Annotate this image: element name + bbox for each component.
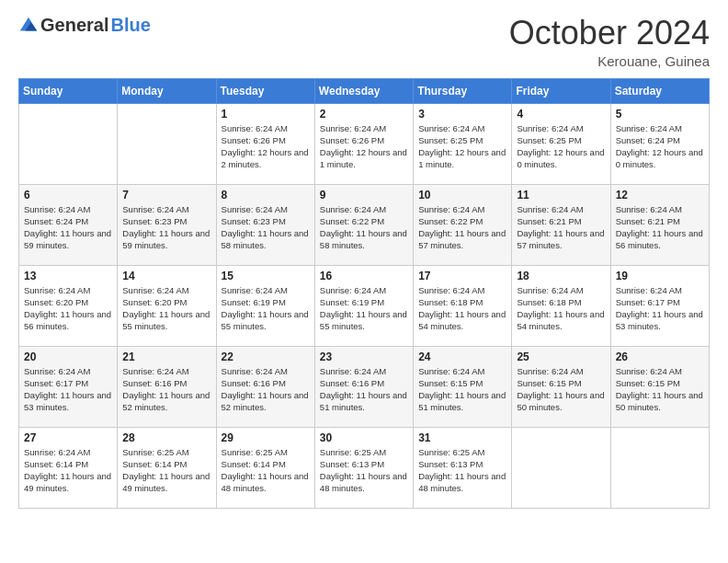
calendar-cell: 4Sunrise: 6:24 AMSunset: 6:25 PMDaylight… bbox=[512, 103, 610, 184]
day-info: Sunrise: 6:24 AMSunset: 6:16 PMDaylight:… bbox=[222, 365, 310, 414]
day-info: Sunrise: 6:24 AMSunset: 6:19 PMDaylight:… bbox=[320, 284, 408, 333]
day-info: Sunrise: 6:24 AMSunset: 6:21 PMDaylight:… bbox=[517, 203, 605, 252]
calendar-cell: 14Sunrise: 6:24 AMSunset: 6:20 PMDayligh… bbox=[118, 265, 216, 346]
day-number: 23 bbox=[320, 350, 408, 363]
calendar-cell: 13Sunrise: 6:24 AMSunset: 6:20 PMDayligh… bbox=[19, 265, 118, 346]
day-number: 13 bbox=[24, 270, 112, 282]
title-block: October 2024 Kerouane, Guinea bbox=[509, 15, 710, 69]
calendar-cell: 25Sunrise: 6:24 AMSunset: 6:15 PMDayligh… bbox=[512, 346, 610, 427]
header-sunday: Sunday bbox=[19, 78, 118, 103]
calendar-cell: 11Sunrise: 6:24 AMSunset: 6:21 PMDayligh… bbox=[512, 184, 610, 265]
day-number: 19 bbox=[616, 270, 704, 282]
day-number: 2 bbox=[320, 108, 408, 121]
location: Kerouane, Guinea bbox=[509, 53, 710, 69]
day-number: 17 bbox=[418, 270, 506, 282]
calendar-cell: 17Sunrise: 6:24 AMSunset: 6:18 PMDayligh… bbox=[414, 265, 512, 346]
calendar-week-row: 13Sunrise: 6:24 AMSunset: 6:20 PMDayligh… bbox=[19, 265, 710, 346]
month-title: October 2024 bbox=[509, 15, 710, 52]
header-tuesday: Tuesday bbox=[216, 78, 314, 103]
calendar-cell: 6Sunrise: 6:24 AMSunset: 6:24 PMDaylight… bbox=[19, 184, 118, 265]
day-info: Sunrise: 6:24 AMSunset: 6:25 PMDaylight:… bbox=[517, 122, 605, 171]
header-wednesday: Wednesday bbox=[314, 78, 413, 103]
calendar-cell bbox=[512, 427, 610, 508]
calendar-week-row: 27Sunrise: 6:24 AMSunset: 6:14 PMDayligh… bbox=[19, 427, 710, 508]
day-info: Sunrise: 6:24 AMSunset: 6:19 PMDaylight:… bbox=[222, 284, 310, 333]
calendar-cell: 16Sunrise: 6:24 AMSunset: 6:19 PMDayligh… bbox=[314, 265, 413, 346]
day-info: Sunrise: 6:25 AMSunset: 6:14 PMDaylight:… bbox=[122, 446, 210, 495]
day-number: 3 bbox=[418, 108, 506, 121]
day-number: 27 bbox=[24, 431, 112, 444]
header-friday: Friday bbox=[512, 78, 610, 103]
calendar-cell: 26Sunrise: 6:24 AMSunset: 6:15 PMDayligh… bbox=[610, 346, 709, 427]
day-number: 4 bbox=[517, 108, 605, 121]
day-number: 1 bbox=[222, 108, 310, 121]
header: General Blue October 2024 Kerouane, Guin… bbox=[18, 15, 710, 69]
calendar-cell: 27Sunrise: 6:24 AMSunset: 6:14 PMDayligh… bbox=[19, 427, 118, 508]
calendar-cell: 3Sunrise: 6:24 AMSunset: 6:25 PMDaylight… bbox=[414, 103, 512, 184]
calendar-cell bbox=[118, 103, 216, 184]
day-number: 20 bbox=[24, 350, 112, 363]
day-number: 11 bbox=[517, 189, 605, 201]
day-number: 28 bbox=[122, 431, 210, 444]
day-number: 22 bbox=[222, 350, 310, 363]
calendar-cell: 31Sunrise: 6:25 AMSunset: 6:13 PMDayligh… bbox=[414, 427, 512, 508]
calendar-week-row: 6Sunrise: 6:24 AMSunset: 6:24 PMDaylight… bbox=[19, 184, 710, 265]
day-number: 15 bbox=[222, 270, 310, 282]
day-number: 25 bbox=[517, 350, 605, 363]
calendar-cell: 22Sunrise: 6:24 AMSunset: 6:16 PMDayligh… bbox=[216, 346, 314, 427]
calendar-cell: 19Sunrise: 6:24 AMSunset: 6:17 PMDayligh… bbox=[610, 265, 709, 346]
calendar-cell: 24Sunrise: 6:24 AMSunset: 6:15 PMDayligh… bbox=[414, 346, 512, 427]
day-number: 29 bbox=[222, 431, 310, 444]
day-info: Sunrise: 6:24 AMSunset: 6:20 PMDaylight:… bbox=[122, 284, 210, 333]
day-number: 10 bbox=[418, 189, 506, 201]
calendar-cell: 5Sunrise: 6:24 AMSunset: 6:24 PMDaylight… bbox=[610, 103, 709, 184]
day-number: 7 bbox=[122, 189, 210, 201]
calendar-table: Sunday Monday Tuesday Wednesday Thursday… bbox=[18, 78, 710, 509]
calendar-cell: 28Sunrise: 6:25 AMSunset: 6:14 PMDayligh… bbox=[118, 427, 216, 508]
day-info: Sunrise: 6:24 AMSunset: 6:15 PMDaylight:… bbox=[517, 365, 605, 414]
calendar-cell: 23Sunrise: 6:24 AMSunset: 6:16 PMDayligh… bbox=[314, 346, 413, 427]
day-info: Sunrise: 6:24 AMSunset: 6:22 PMDaylight:… bbox=[418, 203, 506, 252]
day-info: Sunrise: 6:24 AMSunset: 6:17 PMDaylight:… bbox=[24, 365, 112, 414]
day-info: Sunrise: 6:25 AMSunset: 6:14 PMDaylight:… bbox=[222, 446, 310, 495]
day-number: 24 bbox=[418, 350, 506, 363]
header-thursday: Thursday bbox=[414, 78, 512, 103]
logo-icon bbox=[18, 16, 39, 36]
day-info: Sunrise: 6:24 AMSunset: 6:22 PMDaylight:… bbox=[320, 203, 408, 252]
day-info: Sunrise: 6:25 AMSunset: 6:13 PMDaylight:… bbox=[418, 446, 506, 495]
day-number: 5 bbox=[616, 108, 704, 121]
day-info: Sunrise: 6:24 AMSunset: 6:17 PMDaylight:… bbox=[616, 284, 704, 333]
day-info: Sunrise: 6:24 AMSunset: 6:14 PMDaylight:… bbox=[24, 446, 112, 495]
logo-general-text: General bbox=[40, 15, 108, 36]
day-info: Sunrise: 6:24 AMSunset: 6:24 PMDaylight:… bbox=[616, 122, 704, 171]
day-info: Sunrise: 6:24 AMSunset: 6:16 PMDaylight:… bbox=[122, 365, 210, 414]
calendar-cell: 20Sunrise: 6:24 AMSunset: 6:17 PMDayligh… bbox=[19, 346, 118, 427]
calendar-cell bbox=[610, 427, 709, 508]
day-info: Sunrise: 6:24 AMSunset: 6:21 PMDaylight:… bbox=[616, 203, 704, 252]
day-number: 18 bbox=[517, 270, 605, 282]
calendar-cell: 12Sunrise: 6:24 AMSunset: 6:21 PMDayligh… bbox=[610, 184, 709, 265]
day-info: Sunrise: 6:24 AMSunset: 6:23 PMDaylight:… bbox=[222, 203, 310, 252]
day-number: 14 bbox=[122, 270, 210, 282]
day-info: Sunrise: 6:24 AMSunset: 6:16 PMDaylight:… bbox=[320, 365, 408, 414]
day-number: 30 bbox=[320, 431, 408, 444]
calendar-header-row: Sunday Monday Tuesday Wednesday Thursday… bbox=[19, 78, 710, 103]
day-number: 12 bbox=[616, 189, 704, 201]
calendar-cell: 8Sunrise: 6:24 AMSunset: 6:23 PMDaylight… bbox=[216, 184, 314, 265]
calendar-cell: 30Sunrise: 6:25 AMSunset: 6:13 PMDayligh… bbox=[314, 427, 413, 508]
calendar-cell: 29Sunrise: 6:25 AMSunset: 6:14 PMDayligh… bbox=[216, 427, 314, 508]
day-info: Sunrise: 6:24 AMSunset: 6:18 PMDaylight:… bbox=[517, 284, 605, 333]
day-number: 16 bbox=[320, 270, 408, 282]
calendar-cell bbox=[19, 103, 118, 184]
calendar-week-row: 1Sunrise: 6:24 AMSunset: 6:26 PMDaylight… bbox=[19, 103, 710, 184]
day-number: 9 bbox=[320, 189, 408, 201]
day-number: 26 bbox=[616, 350, 704, 363]
logo-blue-text: Blue bbox=[110, 15, 150, 36]
day-info: Sunrise: 6:24 AMSunset: 6:15 PMDaylight:… bbox=[616, 365, 704, 414]
header-monday: Monday bbox=[118, 78, 216, 103]
day-number: 31 bbox=[418, 431, 506, 444]
calendar-cell: 7Sunrise: 6:24 AMSunset: 6:23 PMDaylight… bbox=[118, 184, 216, 265]
day-info: Sunrise: 6:24 AMSunset: 6:15 PMDaylight:… bbox=[418, 365, 506, 414]
calendar-week-row: 20Sunrise: 6:24 AMSunset: 6:17 PMDayligh… bbox=[19, 346, 710, 427]
day-info: Sunrise: 6:24 AMSunset: 6:23 PMDaylight:… bbox=[122, 203, 210, 252]
